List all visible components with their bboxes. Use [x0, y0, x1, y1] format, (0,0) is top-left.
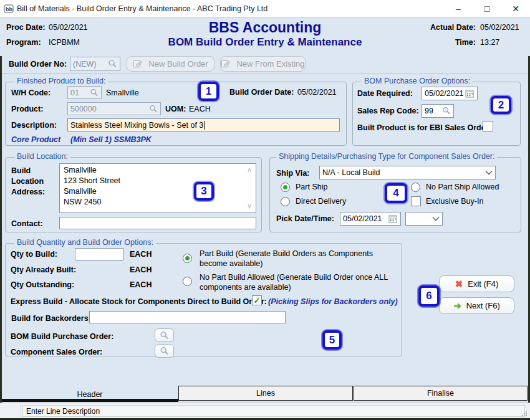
next-button-label: Next (F6): [466, 301, 500, 310]
exclusive-buyin-checkbox[interactable]: [411, 196, 421, 206]
component-so-label: Component Sales Order:: [11, 348, 102, 356]
ebi-sales-order-label: Built Product is for EBI Sales Order:: [357, 123, 491, 132]
exit-button-label: Exit (F4): [468, 279, 498, 289]
annotation-marker-5: 5: [322, 330, 342, 350]
tab-header[interactable]: Header: [2, 390, 178, 399]
date-required-label: Date Required:: [357, 89, 413, 98]
express-build-checkbox[interactable]: ✓: [252, 295, 262, 305]
scroll-down-icon[interactable]: ∨: [247, 202, 252, 210]
status-bar-cell: [0, 403, 21, 418]
search-icon[interactable]: [108, 59, 117, 69]
qty-outstanding-uom: EACH: [130, 280, 152, 289]
new-from-existing-button[interactable]: New From Existing: [220, 56, 306, 72]
build-order-no-field[interactable]: (NEW): [70, 57, 120, 71]
chevron-down-icon: [432, 216, 440, 221]
pick-date-field[interactable]: 05/02/2021: [340, 212, 401, 226]
no-part-build-radio[interactable]: [183, 277, 192, 286]
purchase-options-legend: BOM Purchase Order Options:: [362, 77, 473, 85]
tab-header-active-bar: [2, 399, 178, 402]
part-build-radio[interactable]: [183, 254, 192, 263]
build-order-date-label: Build Order Date:: [229, 88, 294, 97]
bom-build-po-search-button[interactable]: [155, 328, 174, 342]
search-icon[interactable]: [90, 88, 99, 97]
sales-rep-field[interactable]: 99: [422, 104, 454, 118]
search-icon[interactable]: [442, 107, 451, 115]
new-document-icon: [133, 59, 143, 69]
direct-delivery-label: Direct Delivery: [296, 197, 346, 206]
scroll-up-icon[interactable]: ∧: [247, 166, 252, 174]
wh-code-label: W/H Code:: [11, 88, 51, 97]
part-build-label: Part Build (Generate Build Orders as Com…: [200, 249, 390, 269]
app-icon: bb: [4, 4, 14, 14]
qty-to-build-uom: EACH: [130, 250, 152, 259]
date-required-field[interactable]: 05/02/2021: [422, 87, 478, 100]
exit-x-icon: ✖: [455, 279, 463, 290]
build-order-no-label: Build Order No:: [9, 60, 67, 69]
close-icon[interactable]: ✕: [501, 0, 530, 17]
component-so-search-button[interactable]: [155, 344, 174, 358]
uom-value: EACH: [189, 105, 211, 113]
tab-finalise[interactable]: Finalise: [354, 386, 528, 401]
description-value: Stainless Steel Mixing Bowls - Set of 3: [70, 121, 203, 130]
next-arrow-icon: ➜: [453, 300, 461, 312]
product-field[interactable]: 500000: [67, 102, 161, 115]
ship-via-label: Ship Via:: [276, 169, 309, 178]
actual-date-value: 05/02/2021: [480, 23, 519, 32]
new-document-icon: [221, 59, 231, 69]
annotation-marker-2: 2: [491, 96, 511, 114]
express-build-label: Express Build - Allocate Stock for Compo…: [11, 297, 267, 306]
tab-lines[interactable]: Lines: [178, 386, 353, 401]
wh-name: Smallville: [106, 88, 139, 97]
pick-date-value: 05/02/2021: [343, 214, 388, 223]
wh-code-value: 01: [70, 88, 90, 97]
annotation-marker-3: 3: [194, 182, 214, 201]
pick-datetime-label: Pick Date/Time:: [276, 214, 334, 223]
search-icon[interactable]: [149, 105, 158, 113]
exit-button[interactable]: ✖ Exit (F4): [439, 275, 514, 292]
ship-via-dropdown[interactable]: N/A - Local Build: [319, 166, 496, 179]
search-icon: [160, 346, 169, 356]
text-caret: [204, 121, 205, 130]
window-title: Bill of Materials - Build Order Entry & …: [17, 4, 267, 13]
time-value: 13:27: [480, 38, 499, 47]
part-ship-label: Part Ship: [296, 183, 327, 191]
direct-delivery-radio[interactable]: [281, 197, 290, 206]
screen: bb Bill of Materials - Build Order Entry…: [0, 0, 530, 420]
calendar-icon[interactable]: [465, 89, 475, 98]
qty-to-build-field[interactable]: [75, 248, 123, 260]
finished-product-legend: Finished Product to Build:: [14, 77, 108, 85]
title-bar: bb Bill of Materials - Build Order Entry…: [0, 0, 530, 17]
calendar-icon[interactable]: [388, 214, 398, 224]
part-ship-radio[interactable]: [281, 183, 290, 192]
pick-time-dropdown[interactable]: [405, 212, 443, 226]
build-order-date-value: 05/02/2021: [297, 88, 337, 97]
new-build-order-button[interactable]: New Build Order: [127, 56, 214, 72]
annotation-marker-4: 4: [385, 183, 407, 203]
min-sell-note: (Min Sell 1) SSMB3PK: [70, 135, 152, 144]
svg-text:bb: bb: [6, 6, 12, 12]
build-for-backorders-field[interactable]: [89, 311, 286, 323]
ebi-sales-order-checkbox[interactable]: [483, 121, 493, 131]
qty-outstanding-label: Qty Outstanding:: [11, 280, 74, 289]
qty-already-built-uom: EACH: [130, 265, 152, 274]
no-part-build-label: No Part Build Allowed (Generate Build Or…: [200, 272, 396, 292]
panel-divider: [2, 74, 528, 74]
contact-label: Contact:: [11, 219, 43, 228]
minimize-icon[interactable]: –: [444, 0, 473, 17]
qty-already-built-label: Qty Already Built:: [11, 265, 76, 274]
address-textarea[interactable]: Smallville 123 Short Street Smallville N…: [59, 163, 256, 213]
annotation-marker-6: 6: [418, 285, 440, 307]
status-message: Enter Line Description: [22, 405, 525, 417]
next-button[interactable]: ➜ Next (F6): [439, 297, 514, 314]
description-field[interactable]: Stainless Steel Mixing Bowls - Set of 3: [67, 118, 340, 131]
no-part-ship-label: No Part Ship Allowed: [426, 183, 499, 191]
desktop-edge-left: [0, 56, 2, 418]
maximize-icon[interactable]: □: [473, 0, 501, 17]
wh-code-field[interactable]: 01: [67, 86, 102, 99]
contact-field[interactable]: [59, 217, 256, 229]
no-part-ship-radio[interactable]: [411, 183, 420, 192]
product-code-value: 500000: [70, 105, 149, 113]
build-for-backorders-label: Build for Backorders:: [11, 314, 91, 323]
product-label: Product:: [11, 105, 43, 113]
resize-grip[interactable]: [521, 411, 528, 417]
